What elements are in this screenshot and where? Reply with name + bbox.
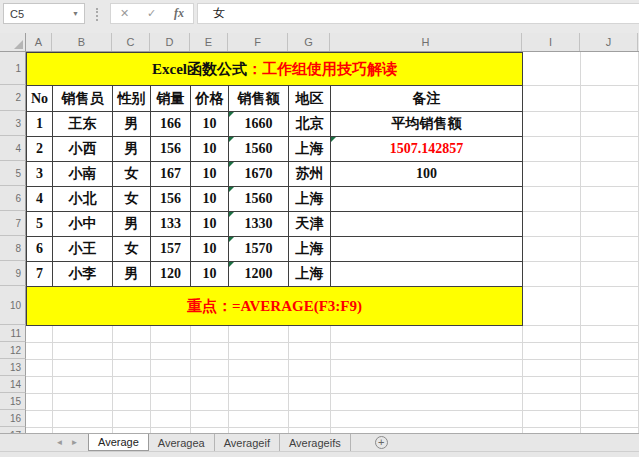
table-header-cell[interactable]: No xyxy=(27,86,53,112)
table-cell[interactable]: 1660 xyxy=(229,112,289,137)
table-cell[interactable]: 10 xyxy=(191,212,229,237)
table-cell[interactable]: 1330 xyxy=(229,212,289,237)
footer-cell[interactable]: 重点：=AVERAGE(F3:F9) xyxy=(27,287,523,326)
column-header-i[interactable]: I xyxy=(522,33,580,51)
table-cell[interactable]: 10 xyxy=(191,237,229,262)
table-cell[interactable]: 女 xyxy=(113,187,151,212)
table-cell[interactable]: 1200 xyxy=(229,262,289,287)
insert-function-icon[interactable]: fx xyxy=(174,6,184,21)
table-cell[interactable]: 156 xyxy=(151,137,191,162)
sheet-tab-averageifs[interactable]: Averageifs xyxy=(280,434,351,451)
table-cell[interactable]: 10 xyxy=(191,262,229,287)
column-header-j[interactable]: J xyxy=(580,33,638,51)
table-cell[interactable] xyxy=(331,212,523,237)
table-cell[interactable]: 小南 xyxy=(53,162,113,187)
table-cell[interactable]: 167 xyxy=(151,162,191,187)
name-box-dropdown-icon[interactable]: ▼ xyxy=(72,10,84,17)
table-cell[interactable]: 1560 xyxy=(229,187,289,212)
sheet-tab-average[interactable]: Average xyxy=(88,434,149,451)
table-cell[interactable]: 6 xyxy=(27,237,53,262)
column-header-e[interactable]: E xyxy=(190,33,228,51)
column-header-d[interactable]: D xyxy=(150,33,190,51)
table-cell[interactable]: 女 xyxy=(113,237,151,262)
table-cell[interactable]: 166 xyxy=(151,112,191,137)
row-header-10[interactable]: 10 xyxy=(0,286,26,325)
sheet-tab-averageif[interactable]: Averageif xyxy=(215,434,280,451)
table-cell[interactable] xyxy=(331,262,523,287)
column-header-g[interactable]: G xyxy=(288,33,330,51)
table-cell[interactable]: 2 xyxy=(27,137,53,162)
table-cell[interactable]: 1507.142857 xyxy=(331,137,523,162)
table-header-cell[interactable]: 价格 xyxy=(191,86,229,112)
table-cell[interactable]: 10 xyxy=(191,187,229,212)
table-cell[interactable]: 上海 xyxy=(289,137,331,162)
tab-nav-right-icon[interactable]: ► xyxy=(67,434,82,451)
table-cell[interactable]: 北京 xyxy=(289,112,331,137)
formula-input[interactable]: 女 xyxy=(197,3,639,24)
table-cell[interactable]: 7 xyxy=(27,262,53,287)
table-cell[interactable]: 1570 xyxy=(229,237,289,262)
table-cell[interactable]: 小李 xyxy=(53,262,113,287)
row-header-11[interactable]: 11 xyxy=(0,325,26,342)
column-header-a[interactable]: A xyxy=(26,33,52,51)
table-cell[interactable] xyxy=(331,187,523,212)
table-cell[interactable]: 4 xyxy=(27,187,53,212)
table-cell[interactable]: 苏州 xyxy=(289,162,331,187)
table-cell[interactable]: 女 xyxy=(113,162,151,187)
sheet-tab-averagea[interactable]: Averagea xyxy=(149,434,215,451)
row-header-14[interactable]: 14 xyxy=(0,376,26,393)
table-cell[interactable]: 133 xyxy=(151,212,191,237)
column-header-f[interactable]: F xyxy=(228,33,288,51)
table-cell[interactable]: 1 xyxy=(27,112,53,137)
row-header-6[interactable]: 6 xyxy=(0,186,26,211)
table-cell[interactable]: 100 xyxy=(331,162,523,187)
table-cell[interactable] xyxy=(331,237,523,262)
row-header-7[interactable]: 7 xyxy=(0,211,26,236)
table-header-cell[interactable]: 销售员 xyxy=(53,86,113,112)
cancel-icon[interactable]: ✕ xyxy=(120,7,129,20)
table-header-cell[interactable]: 性别 xyxy=(113,86,151,112)
table-cell[interactable]: 小北 xyxy=(53,187,113,212)
table-cell[interactable]: 120 xyxy=(151,262,191,287)
table-cell[interactable]: 1670 xyxy=(229,162,289,187)
enter-icon[interactable]: ✓ xyxy=(147,7,156,20)
column-header-h[interactable]: H xyxy=(330,33,522,51)
table-header-cell[interactable]: 地区 xyxy=(289,86,331,112)
row-header-1[interactable]: 1 xyxy=(0,52,26,85)
table-cell[interactable]: 上海 xyxy=(289,262,331,287)
title-cell[interactable]: Excel函数公式：工作组使用技巧解读 xyxy=(27,53,523,86)
table-cell[interactable]: 156 xyxy=(151,187,191,212)
column-header-b[interactable]: B xyxy=(52,33,112,51)
row-header-12[interactable]: 12 xyxy=(0,342,26,359)
table-cell[interactable]: 10 xyxy=(191,162,229,187)
table-cell[interactable]: 3 xyxy=(27,162,53,187)
table-cell[interactable]: 王东 xyxy=(53,112,113,137)
table-header-cell[interactable]: 销量 xyxy=(151,86,191,112)
add-sheet-button[interactable]: + xyxy=(375,436,388,449)
table-cell[interactable]: 157 xyxy=(151,237,191,262)
table-cell[interactable]: 小中 xyxy=(53,212,113,237)
table-cell[interactable]: 小王 xyxy=(53,237,113,262)
row-header-9[interactable]: 9 xyxy=(0,261,26,286)
table-header-cell[interactable]: 销售额 xyxy=(229,86,289,112)
table-cell[interactable]: 10 xyxy=(191,112,229,137)
row-header-13[interactable]: 13 xyxy=(0,359,26,376)
table-cell[interactable]: 上海 xyxy=(289,187,331,212)
table-cell[interactable]: 10 xyxy=(191,137,229,162)
table-cell[interactable]: 男 xyxy=(113,112,151,137)
table-cell[interactable]: 男 xyxy=(113,262,151,287)
row-header-8[interactable]: 8 xyxy=(0,236,26,261)
column-header-c[interactable]: C xyxy=(112,33,150,51)
table-cell[interactable]: 平均销售额 xyxy=(331,112,523,137)
table-cell[interactable]: 男 xyxy=(113,137,151,162)
table-cell[interactable]: 男 xyxy=(113,212,151,237)
table-cell[interactable]: 5 xyxy=(27,212,53,237)
row-header-15[interactable]: 15 xyxy=(0,393,26,410)
table-cell[interactable]: 上海 xyxy=(289,237,331,262)
row-header-4[interactable]: 4 xyxy=(0,136,26,161)
row-header-5[interactable]: 5 xyxy=(0,161,26,186)
name-box[interactable]: C5 ▼ xyxy=(3,3,85,24)
row-header-3[interactable]: 3 xyxy=(0,111,26,136)
table-cell[interactable]: 小西 xyxy=(53,137,113,162)
row-header-16[interactable]: 16 xyxy=(0,410,26,427)
